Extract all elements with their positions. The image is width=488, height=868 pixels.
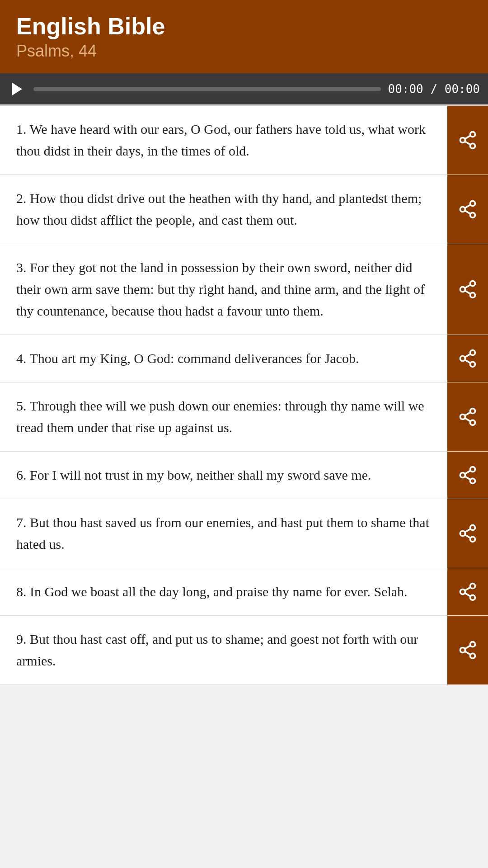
verse-text: 2. How thou didst drive out the heathen …: [0, 175, 447, 244]
svg-line-8: [465, 211, 471, 214]
svg-line-34: [465, 529, 471, 532]
verse-text: 8. In God we boast all the day long, and…: [0, 568, 447, 615]
svg-line-4: [465, 136, 471, 139]
share-icon: [458, 130, 478, 150]
svg-point-1: [460, 138, 465, 143]
share-button[interactable]: [447, 616, 488, 684]
svg-point-20: [470, 409, 475, 414]
svg-line-19: [465, 354, 471, 357]
verse-text: 9. But thou hast cast off, and put us to…: [0, 616, 447, 684]
svg-point-37: [470, 595, 475, 600]
share-icon: [458, 582, 478, 602]
svg-line-13: [465, 291, 471, 294]
svg-point-6: [460, 207, 465, 212]
svg-point-40: [470, 642, 475, 647]
audio-player: 00:00 / 00:00: [0, 73, 488, 106]
table-row: 7. But thou hast saved us from our enemi…: [0, 499, 488, 568]
svg-point-17: [470, 362, 475, 367]
svg-line-23: [465, 418, 471, 421]
svg-line-18: [465, 360, 471, 363]
svg-line-28: [465, 476, 471, 480]
svg-point-32: [470, 537, 475, 542]
share-button[interactable]: [447, 335, 488, 382]
table-row: 6. For I will not trust in my bow, neith…: [0, 452, 488, 499]
share-icon: [458, 349, 478, 368]
svg-point-0: [470, 132, 475, 137]
play-button[interactable]: [8, 80, 26, 98]
svg-point-30: [470, 525, 475, 530]
app-title: English Bible: [16, 13, 472, 40]
svg-line-43: [465, 651, 471, 655]
verse-text: 6. For I will not trust in my bow, neith…: [0, 452, 447, 499]
share-button[interactable]: [447, 244, 488, 335]
verse-list: 1. We have heard with our ears, O God, o…: [0, 106, 488, 685]
chapter-subtitle: Psalms, 44: [16, 42, 472, 61]
svg-line-14: [465, 285, 471, 288]
svg-point-25: [470, 467, 475, 472]
svg-line-33: [465, 535, 471, 538]
svg-point-31: [460, 531, 465, 536]
audio-progress-track[interactable]: [33, 87, 381, 91]
share-icon: [458, 640, 478, 660]
svg-point-22: [470, 420, 475, 425]
share-button[interactable]: [447, 175, 488, 244]
verse-text: 5. Through thee will we push down our en…: [0, 382, 447, 451]
svg-point-21: [460, 415, 465, 420]
header: English Bible Psalms, 44: [0, 0, 488, 73]
svg-point-7: [470, 212, 475, 217]
share-icon: [458, 279, 478, 299]
svg-point-35: [470, 584, 475, 589]
table-row: 9. But thou hast cast off, and put us to…: [0, 616, 488, 685]
svg-line-29: [465, 471, 471, 474]
table-row: 8. In God we boast all the day long, and…: [0, 568, 488, 616]
svg-point-36: [460, 590, 465, 594]
svg-line-39: [465, 587, 471, 590]
table-row: 3. For they got not the land in possessi…: [0, 244, 488, 335]
table-row: 4. Thou art my King, O God: command deli…: [0, 335, 488, 382]
svg-line-3: [465, 142, 471, 145]
share-icon: [458, 407, 478, 427]
table-row: 1. We have heard with our ears, O God, o…: [0, 106, 488, 175]
verse-text: 1. We have heard with our ears, O God, o…: [0, 106, 447, 175]
svg-point-12: [470, 292, 475, 297]
table-row: 2. How thou didst drive out the heathen …: [0, 175, 488, 244]
share-icon: [458, 199, 478, 219]
share-button[interactable]: [447, 568, 488, 615]
share-button[interactable]: [447, 452, 488, 499]
share-icon: [458, 465, 478, 485]
svg-point-26: [460, 473, 465, 478]
svg-point-10: [470, 281, 475, 286]
svg-line-24: [465, 412, 471, 415]
svg-point-27: [470, 478, 475, 483]
svg-line-9: [465, 205, 471, 208]
svg-point-2: [470, 143, 475, 148]
svg-point-5: [470, 201, 475, 206]
svg-point-15: [470, 350, 475, 355]
share-button[interactable]: [447, 106, 488, 175]
verse-text: 7. But thou hast saved us from our enemi…: [0, 499, 447, 568]
verse-text: 3. For they got not the land in possessi…: [0, 244, 447, 335]
audio-time-display: 00:00 / 00:00: [388, 82, 480, 96]
verse-text: 4. Thou art my King, O God: command deli…: [0, 335, 447, 382]
svg-line-38: [465, 593, 471, 596]
share-icon: [458, 524, 478, 543]
svg-line-44: [465, 646, 471, 649]
svg-point-11: [460, 287, 465, 292]
svg-point-16: [460, 356, 465, 361]
share-button[interactable]: [447, 499, 488, 568]
svg-point-41: [460, 648, 465, 653]
svg-point-42: [470, 653, 475, 658]
play-icon: [12, 83, 22, 95]
share-button[interactable]: [447, 382, 488, 451]
table-row: 5. Through thee will we push down our en…: [0, 382, 488, 452]
